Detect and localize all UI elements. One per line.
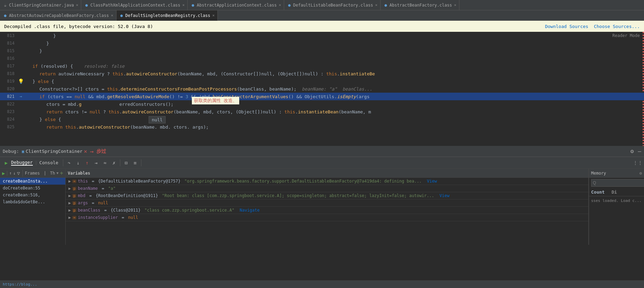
- threads-button[interactable]: ≡: [131, 159, 139, 167]
- tab-classpathxml[interactable]: ● ClassPathXmlApplicationContext.class ✕: [81, 0, 188, 10]
- line-content-813: }: [24, 33, 644, 38]
- code-line-815: 815 }: [0, 47, 644, 55]
- tab-bar-row2: ● AbstractAutowireCapableBeanFactory.cla…: [0, 10, 644, 21]
- status-bar: https://blog...: [0, 280, 644, 288]
- line-content-824: } else {: [24, 117, 644, 122]
- tab-abstractbean[interactable]: ● AbstractBeanFactory.class ✕: [381, 0, 459, 10]
- memory-search-input[interactable]: [591, 179, 644, 187]
- tab-close-6[interactable]: ✕: [212, 13, 215, 18]
- classes-status: sses loaded. Load c...: [589, 196, 644, 205]
- settings-icon[interactable]: ⚙: [631, 148, 634, 155]
- thread-dropdown-arrow[interactable]: ▼: [56, 171, 58, 175]
- line-num-818: 818: [0, 71, 17, 76]
- var-view-this[interactable]: View: [424, 179, 437, 184]
- var-key-mbd: mbd: [78, 193, 85, 198]
- panel-settings-icon[interactable]: ⚙: [640, 171, 642, 176]
- line-num-822: 822: [0, 102, 17, 106]
- var-view-mbd[interactable]: View: [437, 193, 449, 198]
- frame-item-1[interactable]: doCreateBean:55: [0, 185, 65, 192]
- var-arrow-is[interactable]: ▶: [68, 215, 71, 220]
- frame-item-2[interactable]: createBean:516,: [0, 192, 65, 198]
- tab-close-1[interactable]: ✕: [183, 3, 185, 7]
- step-arrow: →: [90, 148, 94, 155]
- tab-abstractautowire[interactable]: ● AbstractAutowireCapableBeanFactory.cla…: [0, 10, 116, 21]
- var-beanclass: ▶ p beanClass = {Class@2011} "class com.…: [66, 207, 588, 214]
- var-arrow-beanclass[interactable]: ▶: [68, 208, 71, 213]
- thread-label: Th: [50, 171, 55, 176]
- debug-content: ▶ ↑ ↓ ▽ Frames | Th ▼ + createBeanInsta.…: [0, 169, 644, 245]
- step-over-button[interactable]: ↷: [65, 159, 73, 167]
- frames-panel: ▶ ↑ ↓ ▽ Frames | Th ▼ + createBeanInsta.…: [0, 169, 66, 245]
- var-val-mbd: {RootBeanDefinition@1911}: [96, 193, 158, 198]
- tab-close-0[interactable]: ✕: [76, 3, 78, 7]
- frames-list: createBeanInsta... doCreateBean:55 creat…: [0, 178, 65, 243]
- var-arrow-beanname[interactable]: ▶: [68, 186, 71, 191]
- line-content-825: return this.autowireConstructor(beanName…: [24, 124, 644, 130]
- alt-button[interactable]: ✗: [110, 159, 118, 167]
- minimize-icon[interactable]: —: [638, 148, 641, 155]
- info-bar: Decompiled .class file, bytecode version…: [0, 21, 644, 32]
- up-btn[interactable]: ↑: [9, 169, 12, 177]
- right-panel-header: Memory ⚙: [589, 169, 644, 178]
- var-arrow-this[interactable]: ▶: [68, 179, 71, 184]
- var-val-is: null: [128, 215, 138, 220]
- tab-bar-row1: ☕ ClientSpringContainer.java ✕ ● ClassPa…: [0, 0, 644, 10]
- tab-defaultlistable[interactable]: ● DefaultListableBeanFactory.class ✕: [284, 0, 381, 10]
- tab-clientspring[interactable]: ☕ ClientSpringContainer.java ✕: [0, 0, 81, 10]
- var-arrow-args[interactable]: ▶: [68, 201, 71, 205]
- code-line-817: 817 if (resolved) { resolved: false: [0, 62, 644, 70]
- frame-item-0[interactable]: createBeanInsta...: [0, 178, 65, 185]
- choose-sources-link[interactable]: Choose Sources...: [594, 24, 640, 29]
- play-button[interactable]: ▶: [2, 159, 10, 167]
- session-close-icon[interactable]: ✕: [84, 148, 87, 155]
- search-box: ⚙: [589, 178, 644, 188]
- line-num-814: 814: [0, 41, 17, 46]
- session-icon: ▣: [22, 149, 24, 154]
- tab-close-2[interactable]: ✕: [279, 3, 281, 7]
- down-btn[interactable]: ↓: [13, 169, 16, 177]
- download-sources-link[interactable]: Download Sources: [545, 24, 588, 29]
- gutter-821: →: [17, 94, 24, 99]
- code-line-816: 816: [0, 55, 644, 62]
- step-into-button[interactable]: ↓: [74, 159, 82, 167]
- filter-icon[interactable]: ▽: [17, 170, 20, 176]
- info-links: Download Sources Choose Sources...: [545, 24, 640, 29]
- tab-defaultsingleton[interactable]: ● DefaultSingletonBeanRegistry.class ✕: [116, 10, 218, 21]
- thread-selector[interactable]: Frames | Th ▼: [25, 171, 59, 176]
- frames-button[interactable]: ⊟: [122, 159, 130, 167]
- variables-header: Variables: [66, 169, 588, 178]
- evaluate-button[interactable]: ≈: [101, 159, 109, 167]
- step-out-button[interactable]: ↑: [83, 159, 91, 167]
- var-val-beanname: "a": [108, 186, 116, 191]
- tab-close-5[interactable]: ✕: [111, 13, 113, 18]
- run-to-cursor-button[interactable]: ⇥: [92, 159, 100, 167]
- var-type-beanclass: p: [72, 208, 76, 212]
- right-panel: Memory ⚙ ⚙ Count Di sses loaded. Load c.…: [589, 169, 644, 245]
- var-arrow-mbd[interactable]: ▶: [68, 193, 71, 198]
- more-button[interactable]: ⋮⋮: [634, 159, 642, 167]
- line-content-821: if (ctors == null && mbd.getResolvedAuto…: [24, 94, 644, 99]
- resume-icon[interactable]: ▶: [2, 170, 5, 176]
- line-content-818: return autowireNecessary ? this.autowire…: [24, 71, 644, 76]
- var-key-this: this: [78, 179, 88, 184]
- var-key-is: instanceSupplier: [78, 215, 118, 220]
- bulb-icon[interactable]: 💡: [18, 78, 24, 84]
- var-navigate-beanclass[interactable]: Navigate: [237, 208, 260, 213]
- count-header: Count Di: [589, 188, 644, 196]
- line-content-822: ctors = mbd.g erredConstructors();: [24, 102, 644, 107]
- frame-item-3[interactable]: lambda$doGetBe...: [0, 198, 65, 205]
- line-num-824: 824: [0, 117, 17, 122]
- tab-close-4[interactable]: ✕: [454, 3, 456, 7]
- line-content-815: }: [24, 48, 644, 54]
- di-label: Di: [612, 189, 617, 195]
- line-num-813: 813: [0, 33, 17, 38]
- tab-close-3[interactable]: ✕: [375, 3, 377, 7]
- add-btn[interactable]: +: [60, 170, 63, 176]
- class-file-icon-5: ●: [3, 13, 8, 18]
- tab-debugger[interactable]: Debugger: [11, 160, 33, 166]
- line-num-821: 821: [0, 94, 17, 99]
- code-line-822: 822 ctors = mbd.g erredConstructors();: [0, 100, 644, 108]
- class-file-icon-3: ●: [287, 3, 292, 8]
- tab-console[interactable]: Console: [39, 160, 58, 165]
- tab-abstractapp[interactable]: ● AbstractApplicationContext.class ✕: [188, 0, 284, 10]
